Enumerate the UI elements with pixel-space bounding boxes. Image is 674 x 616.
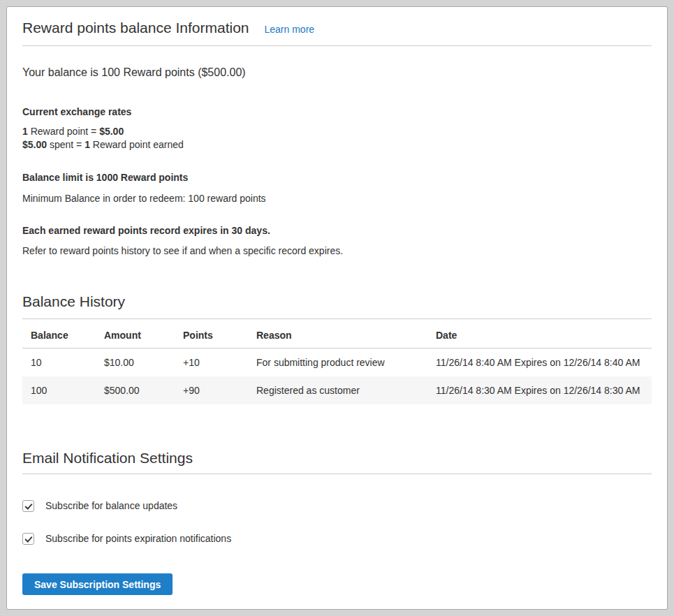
cell-amount: $10.00: [97, 349, 176, 377]
cell-amount: $500.00: [97, 376, 176, 404]
cell-reason: For submitting product review: [249, 349, 429, 377]
cell-balance: 100: [22, 376, 97, 404]
expiration-hint: Refer to reward points history to see if…: [22, 244, 652, 258]
points-expiration-option: Subscribe for points expiration notifica…: [22, 533, 652, 545]
cell-balance: 10: [22, 349, 97, 377]
cell-date: 11/26/14 8:40 AM Expires on 12/26/14 8:4…: [429, 349, 652, 377]
balance-history-header: Balance History: [22, 293, 652, 319]
spend-rate-amount: $5.00: [22, 139, 47, 150]
email-settings-header: Email Notification Settings: [22, 449, 652, 474]
cell-points: +10: [176, 349, 249, 377]
spend-rate-tail: Reward point earned: [90, 139, 184, 150]
expiration-note: Each earned reward points record expires…: [22, 224, 652, 237]
earn-rate-points: 1: [22, 126, 28, 137]
balance-updates-option: Subscribe for balance updates: [22, 500, 652, 512]
column-header-date: Date: [429, 319, 652, 349]
exchange-rates-heading: Current exchange rates: [22, 105, 652, 119]
balance-updates-checkbox[interactable]: [22, 500, 34, 512]
balance-history-table: Balance Amount Points Reason Date 10 $10…: [22, 319, 652, 404]
table-row: 10 $10.00 +10 For submitting product rev…: [22, 349, 652, 377]
cell-date: 11/26/14 8:30 AM Expires on 12/26/14 8:3…: [429, 376, 652, 404]
reward-points-panel: Reward points balance Information Learn …: [6, 6, 668, 610]
balance-updates-label[interactable]: Subscribe for balance updates: [45, 500, 177, 512]
points-expiration-checkbox[interactable]: [22, 533, 34, 545]
page-title: Reward points balance Information: [22, 19, 249, 36]
spend-rate-middle: spent =: [47, 139, 85, 150]
page-header: Reward points balance Information Learn …: [22, 7, 652, 46]
minimum-balance-note: Minimum Balance in order to redeem: 100 …: [22, 192, 652, 205]
earn-rate-middle: Reward point =: [28, 126, 99, 137]
column-header-points: Points: [176, 319, 249, 349]
balance-limit-note: Balance limit is 1000 Reward points: [22, 171, 652, 184]
balance-history-title: Balance History: [22, 293, 125, 310]
spend-rate-line: $5.00 spent = 1 Reward point earned: [22, 138, 652, 152]
earn-rate-amount: $5.00: [99, 126, 124, 137]
balance-summary: Your balance is 100 Reward points ($500.…: [22, 65, 652, 80]
learn-more-link[interactable]: Learn more: [265, 24, 315, 35]
table-row: 100 $500.00 +90 Registered as customer 1…: [22, 376, 652, 404]
save-subscription-settings-button[interactable]: Save Subscription Settings: [22, 573, 173, 595]
exchange-rates: 1 Reward point = $5.00 $5.00 spent = 1 R…: [22, 125, 652, 152]
table-header-row: Balance Amount Points Reason Date: [22, 319, 652, 349]
column-header-amount: Amount: [97, 319, 176, 349]
spend-rate-points: 1: [85, 139, 90, 150]
points-expiration-label[interactable]: Subscribe for points expiration notifica…: [45, 533, 231, 545]
earn-rate-line: 1 Reward point = $5.00: [22, 125, 652, 138]
column-header-reason: Reason: [249, 319, 429, 349]
cell-points: +90: [176, 376, 249, 404]
cell-reason: Registered as customer: [249, 376, 429, 404]
email-settings-title: Email Notification Settings: [22, 449, 193, 467]
column-header-balance: Balance: [22, 319, 97, 349]
